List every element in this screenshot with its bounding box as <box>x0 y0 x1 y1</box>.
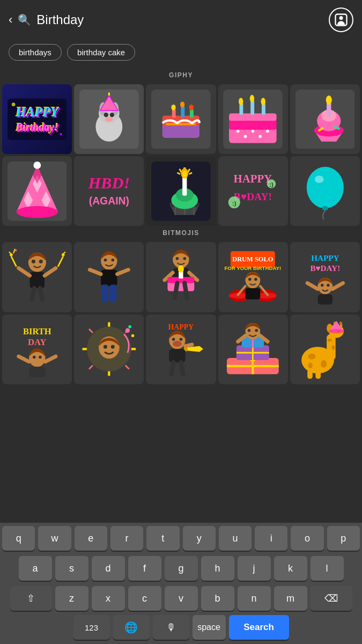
header: ‹ 🔍 Birthday <box>0 0 362 40</box>
key-m[interactable]: m <box>274 586 307 611</box>
key-globe[interactable]: 🌐 <box>113 615 150 640</box>
sticker-bitmoji-giraffe[interactable] <box>290 314 360 384</box>
profile-button[interactable] <box>329 8 353 32</box>
sticker-bitmoji-birthday-abc[interactable]: BIRTH DAY <box>2 314 72 384</box>
sticker-pink-cake[interactable] <box>218 84 288 154</box>
key-u[interactable]: u <box>219 526 252 551</box>
svg-point-111 <box>104 259 107 262</box>
svg-point-171 <box>125 328 130 333</box>
svg-text:HAPPY: HAPPY <box>15 105 60 119</box>
sticker-happy-birthday[interactable]: HAPPY Birthday! <box>2 84 72 154</box>
svg-point-41 <box>261 98 265 105</box>
key-h[interactable]: h <box>201 556 234 581</box>
key-l[interactable]: l <box>311 556 344 581</box>
key-x[interactable]: x <box>92 586 125 611</box>
svg-rect-22 <box>181 106 184 118</box>
sticker-bitmoji-gifts[interactable] <box>218 314 288 384</box>
key-shift[interactable]: ⇧ <box>10 586 52 611</box>
key-123[interactable]: 123 <box>73 615 110 640</box>
keyboard-row-1: q w e r t y u i o p <box>0 523 362 553</box>
key-a[interactable]: a <box>19 556 52 581</box>
suggestion-birthdays[interactable]: birthdays <box>9 44 62 61</box>
svg-point-12 <box>104 113 108 117</box>
svg-point-121 <box>178 265 184 273</box>
key-o[interactable]: o <box>291 526 323 551</box>
bitmoji-sticker-grid: DRUM SOLO FOR YOUR BIRTHDAY! <box>0 242 362 384</box>
key-y[interactable]: y <box>183 526 216 551</box>
svg-point-75 <box>182 171 187 178</box>
svg-text:Birthday!: Birthday! <box>15 121 58 134</box>
svg-rect-146 <box>317 294 333 304</box>
sticker-drum-solo[interactable]: DRUM SOLO FOR YOUR BIRTHDAY! <box>218 242 288 312</box>
key-r[interactable]: r <box>110 526 143 551</box>
svg-rect-216 <box>315 370 321 379</box>
svg-point-14 <box>105 117 113 121</box>
key-w[interactable]: w <box>38 526 71 551</box>
svg-point-56 <box>33 162 41 169</box>
sticker-colorful-cake[interactable] <box>146 84 216 154</box>
happy-birthday-svg: HAPPY Birthday! <box>8 90 67 149</box>
sticker-bitmoji-dancing-fireworks[interactable] <box>2 242 72 312</box>
key-d[interactable]: d <box>92 556 125 581</box>
key-e[interactable]: e <box>75 526 107 551</box>
sticker-teal-balloon[interactable] <box>290 156 360 226</box>
sticker-bitmoji-cake-holding[interactable] <box>146 242 216 312</box>
svg-line-93 <box>40 288 42 299</box>
back-button[interactable]: ‹ <box>9 13 12 27</box>
key-b[interactable]: b <box>201 586 234 611</box>
suggestion-birthday-cake[interactable]: birthday cake <box>67 44 135 61</box>
sticker-bitmoji-trumpet[interactable]: HAPPY <box>146 314 216 384</box>
key-delete[interactable]: ⌫ <box>311 586 352 611</box>
sticker-cupcake-pink[interactable] <box>290 84 360 154</box>
key-n[interactable]: n <box>238 586 271 611</box>
svg-rect-108 <box>110 284 116 302</box>
suggestions-bar: birthdays birthday cake <box>0 40 362 68</box>
svg-point-157 <box>39 356 42 359</box>
svg-text:FOR YOUR BIRTHDAY!: FOR YOUR BIRTHDAY! <box>225 265 282 271</box>
shift-icon: ⇧ <box>27 592 35 604</box>
svg-point-209 <box>339 322 342 325</box>
sticker-party-hat[interactable] <box>2 156 72 226</box>
svg-point-57 <box>16 206 57 218</box>
key-f[interactable]: f <box>128 556 161 581</box>
sticker-bitmoji-dancing-guitar[interactable] <box>74 242 144 312</box>
svg-text::): :) <box>270 181 274 188</box>
search-query[interactable]: Birthday <box>36 12 323 27</box>
key-c[interactable]: c <box>128 586 161 611</box>
key-space[interactable]: space <box>193 615 226 640</box>
key-q[interactable]: q <box>2 526 35 551</box>
sticker-green-cupcake[interactable] <box>146 156 216 226</box>
svg-point-218 <box>329 329 344 333</box>
sticker-bitmoji-sparkle-dance[interactable] <box>74 314 144 384</box>
sticker-happy-bday-sign[interactable]: HAPPY B♥DAY! <box>290 242 360 312</box>
key-mic[interactable]: 🎙 <box>153 615 189 640</box>
key-g[interactable]: g <box>165 556 198 581</box>
svg-point-124 <box>176 257 179 260</box>
svg-point-25 <box>180 101 184 107</box>
svg-point-26 <box>189 104 194 110</box>
svg-point-203 <box>331 346 335 350</box>
keyboard-row-2: a s d f g h j k l <box>0 553 362 583</box>
svg-point-84 <box>306 167 343 208</box>
key-k[interactable]: k <box>274 556 307 581</box>
giphy-section-label: GIPHY <box>0 68 362 84</box>
key-p[interactable]: p <box>327 526 360 551</box>
key-z[interactable]: z <box>55 586 88 611</box>
key-i[interactable]: i <box>255 526 287 551</box>
key-j[interactable]: j <box>238 556 271 581</box>
key-v[interactable]: v <box>165 586 198 611</box>
svg-point-156 <box>33 356 36 359</box>
key-search[interactable]: Search <box>229 615 289 640</box>
key-s[interactable]: s <box>55 556 88 581</box>
svg-text:B♥DAY!: B♥DAY! <box>310 264 340 273</box>
sticker-nbd-again[interactable]: HBD! (AGAIN) <box>74 156 144 226</box>
svg-text:(AGAIN): (AGAIN) <box>89 195 129 207</box>
svg-point-214 <box>308 363 312 369</box>
sticker-happy-bday-letters[interactable]: HAPPY B♥DAY! :) :) <box>218 156 288 226</box>
svg-line-180 <box>172 363 174 375</box>
svg-point-86 <box>322 206 328 210</box>
svg-point-138 <box>248 278 252 281</box>
sticker-party-dog[interactable] <box>74 84 144 154</box>
key-t[interactable]: t <box>146 526 179 551</box>
svg-point-170 <box>111 345 115 349</box>
